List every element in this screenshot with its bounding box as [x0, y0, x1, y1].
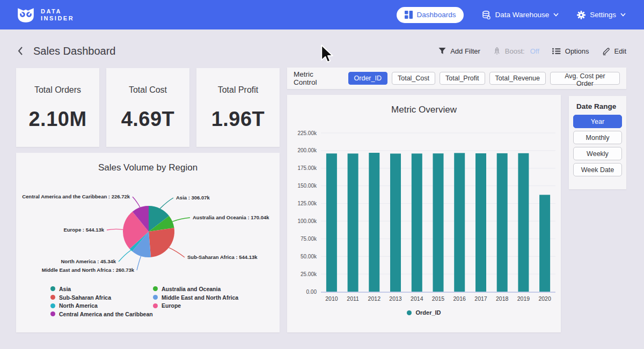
- edit-label: Edit: [614, 47, 626, 55]
- bar-2011[interactable]: [348, 153, 358, 292]
- bar-2014[interactable]: [412, 153, 422, 292]
- y-axis-tick: 25.00k: [301, 271, 317, 277]
- legend-label: North America: [59, 302, 98, 309]
- nav-settings-label: Settings: [590, 11, 616, 19]
- date-range-card: Date Range YearMonthlyWeeklyWeek Date: [569, 96, 626, 189]
- legend-label: Europe: [162, 302, 181, 309]
- legend-label: Central America and the Caribbean: [59, 311, 153, 317]
- bar-2012[interactable]: [369, 153, 379, 292]
- pie-slice-sub-saharan-africa[interactable]: [149, 228, 174, 257]
- brand[interactable]: DATA INSIDER: [16, 7, 74, 23]
- chevron-down-icon: [553, 13, 559, 17]
- legend-label: Order_ID: [415, 309, 441, 316]
- pie-legend-column-2: Australia and OceaniaMiddle East and Nor…: [153, 285, 238, 310]
- metric-option-avg-cost-per-order[interactable]: Avg. Cost per Order: [550, 72, 620, 85]
- y-axis-tick: 75.00k: [301, 236, 317, 242]
- metric-option-total-cost[interactable]: Total_Cost: [392, 72, 435, 85]
- bar-2018[interactable]: [497, 153, 508, 292]
- kpi-value: 2.10M: [28, 108, 86, 131]
- metric-option-total-profit[interactable]: Total_Profit: [440, 72, 485, 85]
- legend-dot: [153, 303, 158, 308]
- add-filter-button[interactable]: Add Filter: [438, 47, 480, 55]
- nav-data-warehouse[interactable]: Data Warehouse: [482, 11, 559, 19]
- boost-toggle[interactable]: Boost:Off: [493, 47, 539, 55]
- metric-option-order-id[interactable]: Order_ID: [348, 72, 387, 85]
- pie-callout-label: Europe : 544.13k: [63, 227, 104, 233]
- bar-2017[interactable]: [475, 153, 486, 292]
- edit-pencil-icon: [602, 47, 610, 55]
- legend-label: Sub-Saharan Africa: [59, 294, 111, 301]
- options-label: Options: [565, 47, 589, 55]
- legend-dot: [50, 303, 55, 308]
- topbar: DATA INSIDER Dashboards Data Warehouse: [0, 0, 644, 29]
- boost-state: Off: [530, 47, 539, 55]
- date-range-buttons: YearMonthlyWeeklyWeek Date: [573, 115, 622, 176]
- legend-dot: [153, 286, 158, 291]
- bar-chart-legend[interactable]: Order_ID: [287, 309, 561, 316]
- y-axis-tick: 100.00k: [297, 218, 317, 224]
- pie-chart-card: Asia : 306.07kAustralia and Oceania : 17…: [16, 153, 280, 332]
- header-actions: Add Filter Boost:Off Options Edit: [438, 47, 626, 55]
- nav-dashboards-button[interactable]: Dashboards: [397, 7, 464, 23]
- pie-legend-column-1: AsiaSub-Saharan AfricaNorth AmericaCentr…: [50, 285, 153, 318]
- kpi-card-total-cost: Total Cost 4.69T: [106, 68, 189, 147]
- chevron-left-icon: [16, 46, 25, 56]
- pie-legend-item-sub-saharan-africa[interactable]: Sub-Saharan Africa: [50, 293, 153, 302]
- kpi-label: Total Cost: [129, 85, 167, 95]
- pie-callout-label: Central America and the Caribbean : 226.…: [22, 194, 130, 199]
- pie-callout-label: Sub-Saharan Africa : 544.13k: [187, 254, 258, 260]
- pie-leader-line: [107, 229, 123, 230]
- legend-dot: [50, 311, 55, 316]
- bar-chart-card: 0.0025.00k50.00k75.00k100.00k125.00k150.…: [287, 95, 561, 332]
- date-range-label: Date Range: [576, 102, 622, 110]
- y-axis-tick: 150.00k: [297, 183, 317, 189]
- legend-dot: [50, 295, 55, 300]
- pie-legend-item-central-america-and-the-caribbean[interactable]: Central America and the Caribbean: [50, 310, 153, 318]
- x-axis-tick: 2013: [389, 295, 402, 302]
- pie-legend-item-australia-and-oceania[interactable]: Australia and Oceania: [153, 285, 238, 293]
- metric-option-total-revenue[interactable]: Total_Revenue: [489, 72, 546, 85]
- dashboard-header: Sales Dashboard Add Filter Boost:Off Opt…: [0, 29, 644, 65]
- kpi-card-total-profit: Total Profit 1.96T: [196, 68, 280, 147]
- bar-2020[interactable]: [539, 195, 550, 292]
- bar-svg: 0.0025.00k50.00k75.00k100.00k125.00k150.…: [287, 95, 561, 332]
- kpi-card-total-orders: Total Orders 2.10M: [16, 68, 99, 147]
- pie-legend-item-europe[interactable]: Europe: [153, 301, 238, 310]
- metric-buttons: Order_IDTotal_CostTotal_ProfitTotal_Reve…: [348, 72, 620, 85]
- date-range-option-week-date[interactable]: Week Date: [573, 163, 622, 176]
- bar-2015[interactable]: [433, 153, 444, 292]
- dashboards-grid-icon: [405, 11, 413, 19]
- bar-2019[interactable]: [518, 153, 529, 292]
- kpi-value: 1.96T: [211, 108, 265, 131]
- pie-callout-label: Australia and Oceania : 170.04k: [193, 214, 269, 220]
- boost-label: Boost:: [505, 47, 525, 55]
- date-range-option-year[interactable]: Year: [573, 115, 622, 128]
- pie-callout-label: Asia : 306.07k: [176, 195, 210, 201]
- y-axis-tick: 175.00k: [297, 165, 317, 171]
- pie-legend-item-north-america[interactable]: North America: [50, 301, 153, 310]
- metric-control-bar: Metric Control Order_IDTotal_CostTotal_P…: [287, 68, 626, 89]
- x-axis-tick: 2012: [368, 295, 381, 302]
- edit-button[interactable]: Edit: [602, 47, 626, 55]
- legend-label: Middle East and North Africa: [162, 294, 238, 301]
- pie-leader-line: [137, 256, 141, 270]
- pie-chart-title: Sales Volume by Region: [16, 162, 280, 173]
- options-list-icon: [552, 48, 561, 55]
- top-navigation: Dashboards Data Warehouse: [397, 7, 626, 23]
- bar-2010[interactable]: [326, 153, 337, 292]
- chevron-down-icon: [620, 13, 626, 17]
- pie-legend-item-asia[interactable]: Asia: [50, 285, 153, 293]
- date-range-option-weekly[interactable]: Weekly: [573, 147, 622, 160]
- kpi-label: Total Orders: [34, 85, 81, 95]
- back-button[interactable]: [15, 44, 26, 57]
- date-range-option-monthly[interactable]: Monthly: [573, 131, 622, 144]
- nav-data-warehouse-label: Data Warehouse: [495, 11, 549, 19]
- pie-legend-item-middle-east-and-north-africa[interactable]: Middle East and North Africa: [153, 293, 238, 302]
- y-axis-tick: 225.00k: [297, 130, 317, 136]
- options-button[interactable]: Options: [552, 47, 589, 55]
- nav-settings[interactable]: Settings: [577, 11, 626, 19]
- pie-leader-line: [133, 197, 140, 207]
- bar-2016[interactable]: [454, 153, 465, 292]
- bar-2013[interactable]: [390, 154, 401, 292]
- x-axis-tick: 2011: [347, 295, 359, 302]
